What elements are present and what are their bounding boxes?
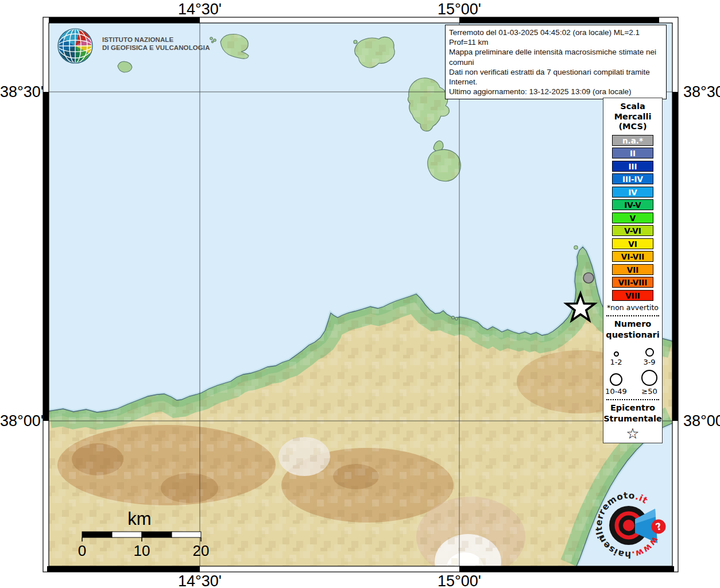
mcs-chip-vii: VII — [612, 264, 653, 275]
axis-label-left-top: 38°30' — [0, 83, 37, 101]
size-label-3-9: 3-9 — [637, 358, 662, 366]
legend-footnote: *non avvertito — [603, 303, 662, 312]
islet — [210, 37, 212, 40]
mcs-chip-iii-iv: III-IV — [612, 173, 653, 184]
questionnaire-sizes-small — [603, 343, 662, 357]
mcs-chip-v-vi: V-VI — [612, 225, 653, 236]
questionnaires-title: Numero questionari — [603, 319, 662, 341]
islet — [455, 318, 458, 320]
islet — [354, 40, 357, 44]
epicenter-title: Epicentro Strumentale — [603, 403, 662, 424]
comune-marker-na — [583, 273, 594, 283]
legend-divider — [606, 315, 659, 316]
axis-label-left-bottom: 38°00' — [0, 412, 37, 430]
circle-size-50 — [641, 370, 657, 386]
mcs-chip-viii: VIII — [612, 290, 653, 301]
earthquake-info-box: Terremoto del 01-03-2025 04:45:02 (ora l… — [445, 25, 667, 99]
size-label-1-2: 1-2 — [603, 358, 629, 366]
info-line-map-type: Mappa preliminare delle intensità macros… — [449, 47, 663, 67]
axis-label-bottom-right: 15°00' — [438, 572, 481, 588]
scalebar-tick-20: 20 — [193, 542, 210, 560]
mcs-chip-iv: IV — [612, 187, 653, 198]
circle-size-3-9 — [645, 348, 654, 357]
scalebar-unit: km — [127, 509, 151, 529]
epicenter-star-icon: ☆ — [603, 425, 662, 442]
info-line-data-note: Dati non verificati estratti da 7 questi… — [449, 67, 663, 87]
axis-label-top-right: 15°00' — [438, 1, 481, 18]
axis-label-bottom-left: 14°30' — [178, 572, 222, 588]
islet — [452, 316, 455, 319]
scalebar-tick-0: 0 — [78, 542, 86, 560]
ingv-logo-globe — [58, 29, 92, 63]
ingv-line1: ISTITUTO NAZIONALE — [102, 36, 210, 44]
info-line-event: Terremoto del 01-03-2025 04:45:02 (ora l… — [449, 28, 663, 47]
mcs-chip-ii: II — [612, 148, 653, 158]
legend-divider-2 — [606, 399, 659, 400]
islet — [211, 41, 213, 42]
scalebar-tick-10: 10 — [134, 542, 150, 560]
islet — [214, 39, 216, 41]
ingv-line2: DI GEOFISICA E VULCANOLOGIA — [102, 44, 210, 52]
questionnaire-sizes-large — [603, 369, 662, 386]
mcs-chip-vii-viii: VII-VIII — [612, 277, 653, 288]
islet-cape — [574, 246, 578, 249]
axis-label-top-left: 14°30' — [178, 1, 222, 18]
mcs-chip-vi-vii: VI-VII — [612, 251, 653, 262]
legend-panel: Scala Mercalli (MCS) n.a.* II III III-IV… — [603, 98, 663, 443]
size-label-50: ≥50 — [637, 387, 662, 396]
mcs-chip-iii: III — [612, 161, 653, 172]
mcs-chip-v: V — [612, 212, 653, 223]
size-label-10-49: 10-49 — [603, 387, 629, 396]
axis-label-right-bottom: 38°00' — [683, 412, 720, 430]
circle-size-1-2 — [614, 351, 619, 357]
circle-size-10-49 — [610, 373, 622, 386]
ingv-wordmark: ISTITUTO NAZIONALE DI GEOFISICA E VULCAN… — [102, 36, 210, 52]
mcs-scale: n.a.* II III III-IV IV IV-V V V-VI VI VI… — [603, 135, 662, 301]
mcs-chip-na: n.a.* — [612, 135, 653, 146]
legend-title: Scala Mercalli (MCS) — [603, 102, 662, 132]
axis-label-right-top: 38°30' — [683, 83, 720, 101]
info-line-updated: Ultimo aggiornamento: 13-12-2025 13:09 (… — [449, 87, 663, 96]
mcs-chip-vi: VI — [612, 238, 653, 249]
mcs-chip-iv-v: IV-V — [612, 199, 653, 210]
